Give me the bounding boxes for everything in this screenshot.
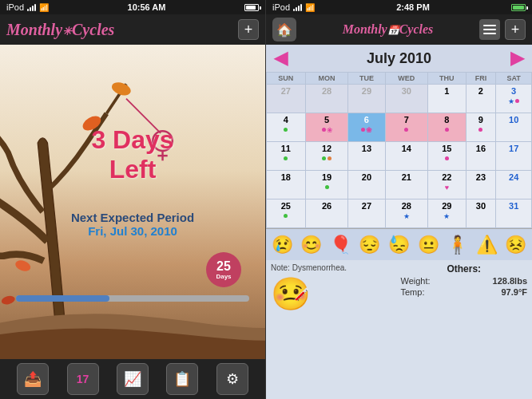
calendar-day[interactable]: 9	[466, 113, 496, 142]
calendar-day[interactable]: 27	[348, 200, 385, 228]
col-sat: SAT	[496, 73, 532, 85]
calendar-day[interactable]: 20	[348, 171, 385, 200]
calendar-day[interactable]: 6❀	[348, 113, 385, 142]
calendar-day[interactable]: 22♥	[428, 171, 466, 200]
calendar-table: SUN MON TUE WED THU FRI SAT 27282930123★…	[266, 72, 532, 228]
ipod-label: iPod	[6, 2, 24, 12]
badge-number: 25	[216, 260, 231, 273]
col-fri: FRI	[466, 73, 496, 85]
emoji-sad[interactable]: 😢	[272, 235, 293, 255]
next-expected-date: Fri, Jul 30, 2010	[71, 224, 194, 238]
right-time: 2:48 PM	[396, 2, 430, 12]
toolbar-chart-button[interactable]: 📈	[117, 363, 149, 395]
weight-label: Weight:	[401, 276, 431, 286]
right-wifi-icon: 📶	[305, 3, 315, 12]
calendar-day[interactable]: 8	[428, 113, 466, 142]
home-button[interactable]: 🏠	[272, 18, 296, 41]
calendar-day[interactable]: 28★	[385, 200, 428, 228]
left-add-button[interactable]: +	[238, 19, 259, 40]
calendar-day[interactable]: 29	[348, 85, 385, 113]
left-status-right	[244, 4, 259, 11]
emoji-grimace[interactable]: 😣	[505, 235, 526, 255]
calendar-day[interactable]: 18	[267, 171, 306, 200]
calendar-day[interactable]: 23	[466, 171, 496, 200]
right-panel: iPod 📶 2:48 PM 🏠 Monthly📅Cycles +	[266, 0, 532, 399]
col-wed: WED	[385, 73, 428, 85]
emoji-balloon[interactable]: 🎈	[330, 235, 351, 255]
left-status-left: iPod 📶	[6, 2, 49, 12]
calendar-day[interactable]: 19	[305, 171, 348, 200]
right-add-button[interactable]: +	[505, 19, 526, 40]
temp-value: 97.9°F	[501, 287, 527, 297]
main-illustration: 3 Days Left Next Expected Period Fri, Ju…	[0, 45, 265, 359]
calendar-day[interactable]: 17	[496, 142, 532, 171]
calendar-day[interactable]: 21	[385, 171, 428, 200]
left-panel: iPod 📶 10:56 AM Monthly✳Cycles +	[0, 0, 266, 399]
temp-row: Temp: 97.9°F	[401, 287, 528, 297]
tree-illustration	[0, 45, 265, 359]
days-left-text: 3 Days Left	[66, 125, 199, 184]
toolbar-settings-button[interactable]: ⚙	[216, 363, 248, 395]
toolbar-calendar-button[interactable]: 17	[67, 363, 99, 395]
calendar-day[interactable]: 31	[496, 200, 532, 228]
svg-point-12	[1, 294, 16, 306]
calendar-day[interactable]: 10	[496, 113, 532, 142]
others-title: Others:	[401, 263, 528, 275]
emoji-person[interactable]: 🧍	[447, 235, 468, 255]
toolbar-clipboard-button[interactable]: 📋	[166, 363, 198, 395]
next-month-button[interactable]: ▶	[510, 48, 524, 69]
emoji-happy[interactable]: 😊	[300, 235, 322, 255]
col-mon: MON	[305, 73, 348, 85]
calendar-day[interactable]: 26	[305, 200, 348, 228]
calendar-day[interactable]: 11	[267, 142, 306, 171]
left-toolbar: 📤 17 📈 📋 ⚙	[0, 359, 265, 399]
others-section: Others: Weight: 128.8lbs Temp: 97.9°F	[401, 263, 528, 396]
left-time: 10:56 AM	[128, 2, 166, 12]
progress-bar	[16, 295, 249, 302]
col-sun: SUN	[267, 73, 306, 85]
weight-row: Weight: 128.8lbs	[401, 276, 528, 286]
right-signal-icon	[293, 3, 302, 11]
calendar-day[interactable]: 5❀	[305, 113, 348, 142]
calendar-day[interactable]: 25	[267, 200, 306, 228]
calendar-day[interactable]: 29★	[428, 200, 466, 228]
calendar-day[interactable]: 4	[267, 113, 306, 142]
mood-emoji-row: 😢 😊 🎈 😔 😓 😐 🧍 ⚠️ 😣	[266, 228, 532, 260]
calendar-day[interactable]: 30	[466, 200, 496, 228]
calendar-day[interactable]: 30	[385, 85, 428, 113]
col-thu: THU	[428, 73, 466, 85]
right-ipod-label: iPod	[272, 2, 290, 12]
calendar-day[interactable]: 13	[348, 142, 385, 171]
calendar-day[interactable]: 1	[428, 85, 466, 113]
month-year-title: July 2010	[367, 50, 431, 67]
calendar-day[interactable]: 3★	[496, 85, 532, 113]
emoji-sweat[interactable]: 😓	[388, 235, 410, 255]
calendar-day[interactable]: 24	[496, 171, 532, 200]
calendar-day[interactable]: 7	[385, 113, 428, 142]
logo-text: Monthly✳Cycles	[6, 21, 114, 39]
calendar-day[interactable]: 28	[305, 85, 348, 113]
right-status-bar: iPod 📶 2:48 PM	[266, 0, 532, 14]
calendar-day[interactable]: 12	[305, 142, 348, 171]
calendar-day[interactable]: 2	[466, 85, 496, 113]
emoji-neutral[interactable]: 😐	[418, 235, 439, 255]
toolbar-export-button[interactable]: 📤	[17, 363, 49, 395]
emoji-down[interactable]: 😔	[359, 235, 380, 255]
next-expected-label: Next Expected Period	[71, 211, 194, 224]
calendar-day[interactable]: 14	[385, 142, 428, 171]
calendar-day[interactable]: 27	[267, 85, 306, 113]
prev-month-button[interactable]: ◀	[274, 48, 288, 69]
right-battery-icon	[511, 4, 526, 11]
signal-icon	[27, 3, 36, 11]
note-label: Note: Dysmenorrhea.	[271, 263, 398, 272]
note-emoji: 🤒	[271, 275, 398, 313]
right-header-buttons: +	[479, 19, 526, 40]
calendar-day[interactable]: 16	[466, 142, 496, 171]
calendar-nav: ◀ July 2010 ▶	[266, 45, 532, 72]
calendar-day[interactable]: 15	[428, 142, 466, 171]
badge-label: Days	[216, 273, 231, 280]
battery-icon	[244, 4, 259, 11]
emoji-warning[interactable]: ⚠️	[476, 235, 498, 255]
progress-fill	[16, 295, 109, 302]
menu-button[interactable]	[479, 19, 500, 40]
